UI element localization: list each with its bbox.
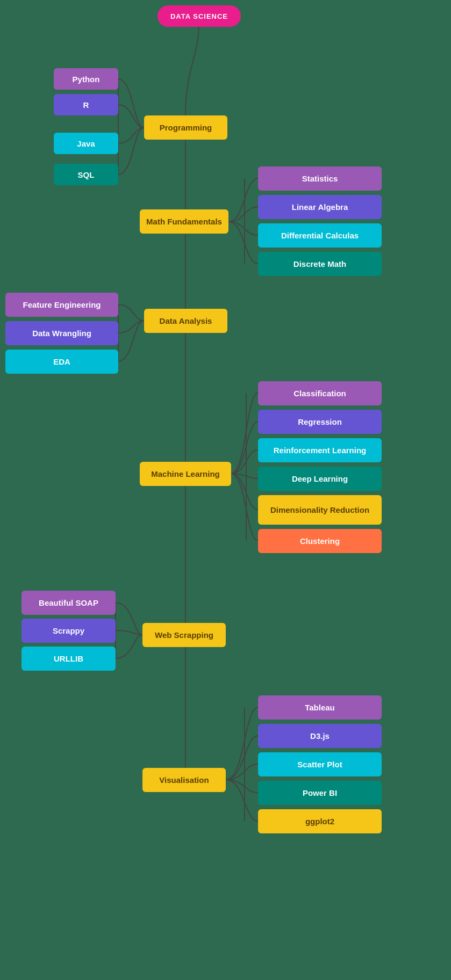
tableau-node: Tableau bbox=[258, 695, 382, 720]
urllib-node: URLLIB bbox=[22, 647, 116, 671]
dim-reduction-node: Dimensionality Reduction bbox=[258, 495, 382, 525]
statistics-node: Statistics bbox=[258, 166, 382, 191]
power-bi-node: Power BI bbox=[258, 781, 382, 805]
data-analysis-node: Data Analysis bbox=[144, 309, 227, 333]
data-wrangling-node: Data Wrangling bbox=[5, 321, 118, 345]
beautiful-soap-node: Beautiful SOAP bbox=[22, 591, 116, 615]
d3js-node: D3.js bbox=[258, 724, 382, 748]
feature-eng-node: Feature Engineering bbox=[5, 293, 118, 317]
python-node: Python bbox=[54, 68, 118, 90]
eda-node: EDA bbox=[5, 350, 118, 374]
visualisation-node: Visualisation bbox=[142, 768, 226, 792]
reinforcement-node: Reinforcement Learning bbox=[258, 438, 382, 462]
ggplot2-node: ggplot2 bbox=[258, 809, 382, 833]
web-scrapping-node: Web Scrapping bbox=[142, 623, 226, 647]
programming-node: Programming bbox=[144, 115, 227, 140]
math-fundamentals-node: Math Fundamentals bbox=[140, 209, 228, 234]
scatter-plot-node: Scatter Plot bbox=[258, 752, 382, 776]
regression-node: Regression bbox=[258, 410, 382, 434]
discrete-math-node: Discrete Math bbox=[258, 252, 382, 276]
machine-learning-node: Machine Learning bbox=[140, 462, 231, 486]
deep-learning-node: Deep Learning bbox=[258, 467, 382, 491]
clustering-node: Clustering bbox=[258, 529, 382, 553]
scrappy-node: Scrappy bbox=[22, 619, 116, 643]
root-node: DATA SCIENCE bbox=[158, 5, 241, 27]
diff-calculus-node: Differential Calculas bbox=[258, 223, 382, 248]
classification-node: Classification bbox=[258, 381, 382, 405]
sql-node: SQL bbox=[54, 164, 118, 185]
r-node: R bbox=[54, 94, 118, 115]
java-node: Java bbox=[54, 133, 118, 154]
linear-algebra-node: Linear Algebra bbox=[258, 195, 382, 219]
